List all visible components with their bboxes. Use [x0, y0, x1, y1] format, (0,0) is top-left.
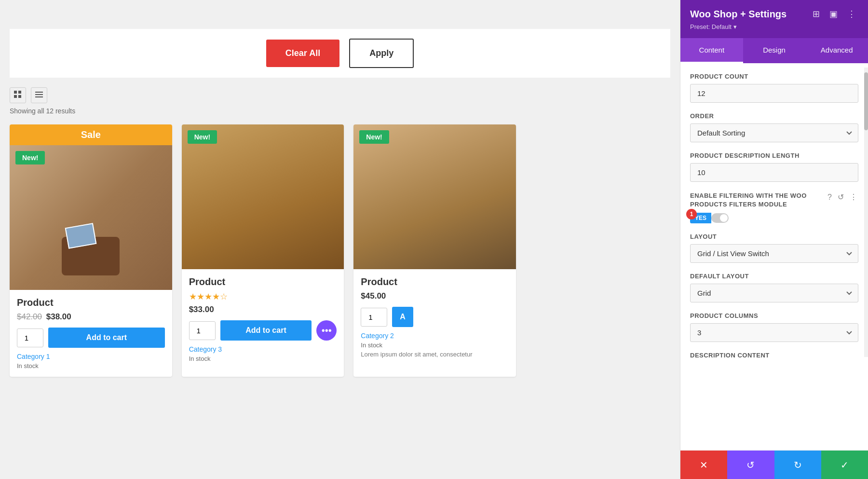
save-button[interactable]: ✓ [821, 451, 868, 479]
product-category[interactable]: Category 1 [17, 353, 165, 360]
product-price: $42.00 $38.00 [17, 312, 165, 322]
desc-length-label: Product Description Length [690, 152, 858, 159]
add-to-cart-button[interactable]: Add to cart [48, 328, 165, 348]
grid-view-button[interactable] [10, 87, 26, 103]
main-content: Clear All Apply Showing all 12 results S… [0, 0, 680, 479]
product-info: Product $45.00 A Category 2 In stock Lor… [353, 269, 516, 365]
desc-content-setting: Description Content [690, 352, 858, 359]
product-image: New! [182, 124, 344, 269]
product-columns-label: Product columns [690, 312, 858, 319]
svg-rect-4 [35, 92, 43, 93]
panel-header: Woo Shop + Settings ⊞ ▣ ⋮ Preset: Defaul… [680, 0, 868, 38]
product-card: New! Product $45.00 A Category 2 In stoc… [353, 124, 516, 377]
product-info: Product $42.00 $38.00 Add to cart Catego… [10, 290, 172, 377]
help-icon-btn[interactable]: ? [827, 192, 833, 203]
default-layout-label: Default Layout [690, 273, 858, 280]
tab-advanced[interactable]: Advanced [805, 38, 868, 63]
default-layout-select[interactable]: Grid List [690, 284, 858, 302]
filter-toggle-actions: ? ↺ ⋮ [827, 192, 858, 203]
tab-design[interactable]: Design [743, 38, 806, 63]
quantity-input[interactable] [189, 321, 216, 340]
order-select[interactable]: Default Sorting Popularity Rating Date P… [690, 123, 858, 142]
product-stock: In stock [361, 342, 509, 349]
layout-label: Layout [690, 233, 858, 240]
quantity-input[interactable] [17, 328, 43, 347]
more-options-button[interactable]: ••• [316, 320, 337, 341]
desc-content-label: Description Content [690, 352, 858, 359]
cancel-button[interactable]: ✕ [680, 451, 727, 479]
scrollbar-thumb[interactable] [864, 72, 868, 130]
product-name: Product [17, 297, 165, 308]
toggle-wrapper: 1 YES [690, 213, 729, 223]
filter-toggle-label: Enable Filtering with the Woo Products F… [690, 192, 822, 209]
list-view-button[interactable] [31, 87, 47, 103]
product-image: New! [353, 124, 516, 269]
results-count: Showing all 12 results [10, 107, 670, 115]
apply-button[interactable]: Apply [349, 39, 414, 68]
product-description: Lorem ipsum dolor sit amet, consectetur [361, 351, 509, 358]
product-info: Product ★★★★☆ $33.00 Add to cart ••• Cat… [182, 269, 344, 370]
desc-length-setting: Product Description Length [690, 152, 858, 182]
product-count-setting: Product Count [690, 73, 858, 103]
products-grid: Sale New! Product $42.00 $38.00 Add to c… [10, 124, 516, 377]
panel-preset[interactable]: Preset: Default ▾ [690, 23, 858, 30]
panel-footer: ✕ ↺ ↻ ✓ [680, 450, 868, 479]
layout-select[interactable]: Grid / List View Switch Grid List [690, 244, 858, 263]
svg-rect-1 [18, 91, 21, 94]
more-icon[interactable]: ⋮ [845, 8, 858, 20]
desc-length-input[interactable] [690, 163, 858, 182]
layout-icon[interactable]: ▣ [827, 8, 840, 20]
sale-banner: Sale [10, 124, 172, 145]
product-name: Product [361, 276, 509, 287]
product-name: Product [189, 276, 337, 287]
clear-all-button[interactable]: Clear All [266, 40, 339, 67]
product-category[interactable]: Category 2 [361, 332, 509, 340]
order-label: Order [690, 112, 858, 120]
product-columns-setting: Product columns 1 2 3 4 5 6 [690, 312, 858, 342]
undo-button[interactable]: ↺ [727, 451, 774, 479]
add-to-cart-button[interactable]: Add to cart [220, 320, 312, 341]
product-category[interactable]: Category 3 [189, 345, 337, 353]
product-count-input[interactable] [690, 84, 858, 103]
panel-title-actions: ⊞ ▣ ⋮ [810, 8, 858, 20]
more-icon-btn[interactable]: ⋮ [849, 192, 858, 203]
product-count-label: Product Count [690, 73, 858, 80]
layout-setting: Layout Grid / List View Switch Grid List [690, 233, 858, 263]
new-badge: New! [359, 130, 389, 144]
svg-rect-2 [14, 95, 17, 98]
product-stock: In stock [189, 355, 337, 362]
product-card: New! Product ★★★★☆ $33.00 Add to cart ••… [182, 124, 344, 377]
panel-title-text: Woo Shop + Settings [690, 9, 787, 20]
product-price: $45.00 [361, 291, 509, 301]
redo-button[interactable]: ↻ [774, 451, 821, 479]
filter-bar: Clear All Apply [10, 29, 670, 78]
svg-rect-3 [18, 95, 21, 98]
filter-toggle-setting: Enable Filtering with the Woo Products F… [690, 192, 858, 223]
view-controls [10, 87, 670, 103]
old-price: $42.00 [17, 312, 42, 321]
cart-row: Add to cart ••• [189, 320, 337, 341]
product-card: Sale New! Product $42.00 $38.00 Add to c… [10, 124, 172, 377]
filter-toggle-content: Enable Filtering with the Woo Products F… [690, 192, 822, 223]
quantity-input[interactable] [361, 308, 387, 327]
cart-row: A [361, 307, 509, 327]
settings-panel: Woo Shop + Settings ⊞ ▣ ⋮ Preset: Defaul… [680, 0, 868, 479]
product-image: New! [10, 145, 172, 290]
toggle-container: 1 YES [690, 213, 822, 223]
order-setting: Order Default Sorting Popularity Rating … [690, 112, 858, 142]
scrollbar-track [864, 68, 868, 357]
panel-title-row: Woo Shop + Settings ⊞ ▣ ⋮ [690, 8, 858, 20]
add-to-cart-button[interactable]: A [392, 307, 413, 327]
product-stock: In stock [17, 362, 165, 370]
product-price: $33.00 [189, 305, 337, 315]
toggle-switch[interactable] [711, 213, 729, 223]
new-price: $38.00 [46, 312, 71, 321]
product-columns-select[interactable]: 1 2 3 4 5 6 [690, 323, 858, 342]
svg-rect-6 [35, 96, 43, 97]
tab-content[interactable]: Content [680, 38, 743, 63]
new-badge: New! [15, 151, 45, 164]
new-badge: New! [188, 130, 217, 144]
panel-tabs: Content Design Advanced [680, 38, 868, 63]
reset-icon-btn[interactable]: ↺ [837, 192, 845, 203]
responsive-icon[interactable]: ⊞ [810, 8, 822, 20]
